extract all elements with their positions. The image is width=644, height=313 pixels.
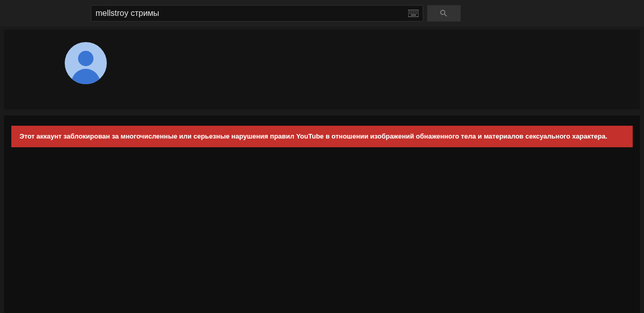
svg-rect-6	[410, 13, 411, 14]
alert-banner: Этот аккаунт заблокирован за многочислен…	[11, 126, 633, 147]
svg-rect-8	[413, 13, 414, 14]
content-area: Этот аккаунт заблокирован за многочислен…	[4, 115, 640, 313]
search-input-wrapper	[91, 5, 423, 22]
avatar	[65, 42, 107, 84]
svg-rect-5	[416, 11, 418, 12]
svg-rect-4	[415, 11, 416, 12]
search-input[interactable]	[96, 9, 404, 18]
svg-rect-11	[411, 15, 416, 16]
alert-message: Этот аккаунт заблокирован за многочислен…	[20, 132, 608, 140]
search-icon	[439, 9, 448, 18]
avatar-head-icon	[78, 51, 93, 66]
svg-rect-2	[411, 11, 412, 12]
svg-rect-3	[413, 11, 414, 12]
svg-rect-7	[411, 13, 412, 14]
top-bar	[0, 0, 644, 27]
svg-rect-1	[410, 11, 411, 12]
channel-header	[4, 30, 640, 109]
avatar-body-icon	[71, 69, 100, 84]
svg-rect-9	[415, 13, 416, 14]
svg-rect-10	[416, 13, 418, 14]
search-button[interactable]	[427, 5, 461, 22]
keyboard-icon[interactable]	[408, 10, 419, 17]
search-container	[91, 5, 461, 22]
